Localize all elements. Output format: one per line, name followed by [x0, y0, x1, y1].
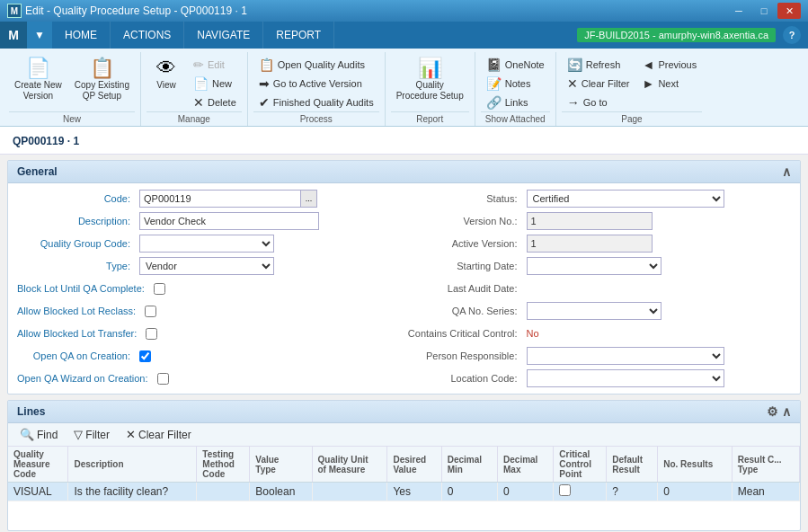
- open-qa-wizard-checkbox[interactable]: [157, 373, 169, 385]
- lines-header: Lines ⚙ ∧: [8, 401, 800, 423]
- create-new-version-button[interactable]: 📄 Create NewVersion: [9, 56, 67, 104]
- general-collapse-button[interactable]: ∧: [782, 164, 791, 179]
- tab-actions[interactable]: ACTIONS: [111, 22, 184, 49]
- open-quality-audits-button[interactable]: 📋 Open Quality Audits: [253, 56, 379, 74]
- delete-button[interactable]: ✕ Delete: [188, 93, 242, 111]
- clear-filter-icon: ✕: [567, 76, 578, 91]
- code-ellipsis-button[interactable]: ...: [301, 190, 317, 208]
- page-col-right: ◄ Previous ► Next: [637, 56, 703, 93]
- server-badge[interactable]: JF-BUILD2015 - amurphy-win8.axentia.ca: [577, 28, 776, 42]
- location-code-select[interactable]: [527, 369, 724, 387]
- form-col-left: Code: ... Description: Quality Group Cod…: [17, 189, 404, 388]
- table-row[interactable]: VISUAL Is the facility clean? Boolean Ye…: [8, 483, 800, 501]
- person-responsible-select[interactable]: [527, 347, 724, 365]
- find-button[interactable]: 🔍 Find: [15, 426, 62, 443]
- col-quality-measure-code: QualityMeasureCode: [8, 447, 68, 483]
- form-col-right: Status: Certified Version No.: Active Ve…: [404, 189, 792, 388]
- table-header-row: QualityMeasureCode Description TestingMe…: [8, 447, 800, 483]
- starting-date-row: Starting Date:: [404, 256, 792, 276]
- new-button[interactable]: 📄 New: [188, 75, 242, 93]
- allow-blocked-reclass-checkbox[interactable]: [145, 306, 156, 317]
- quality-procedure-setup-icon: 📊: [418, 58, 442, 78]
- notes-icon: 📝: [486, 76, 502, 91]
- qa-no-series-select[interactable]: [527, 302, 661, 320]
- quality-group-code-select[interactable]: [139, 235, 274, 253]
- onenote-button[interactable]: 📓 OneNote: [481, 56, 550, 74]
- allow-blocked-transfer-checkbox[interactable]: [146, 328, 157, 340]
- maximize-button[interactable]: □: [752, 3, 776, 19]
- person-responsible-row: Person Responsible:: [404, 346, 792, 366]
- open-qa-wizard-label: Open QA Wizard on Creation:: [17, 373, 152, 384]
- filter-label: Filter: [85, 429, 110, 441]
- next-button[interactable]: ► Next: [637, 75, 703, 93]
- starting-date-select[interactable]: [527, 257, 661, 275]
- cell-no-results: 0: [658, 483, 733, 501]
- code-label: Code:: [17, 193, 134, 204]
- type-label: Type:: [17, 261, 134, 271]
- find-label: Find: [37, 429, 58, 441]
- allow-blocked-reclass-label: Allow Blocked Lot Reclass:: [17, 306, 139, 316]
- description-label: Description:: [17, 216, 134, 226]
- nav-tabs: HOME ACTIONS NAVIGATE REPORT: [52, 22, 334, 49]
- ribbon-group-new: 📄 Create NewVersion 📋 Copy ExistingQP Se…: [4, 52, 141, 126]
- find-icon: 🔍: [20, 428, 34, 441]
- contains-critical-control-value: No: [527, 328, 539, 339]
- block-lot-checkbox[interactable]: [154, 283, 165, 295]
- ribbon-group-page: 🔄 Refresh ✕ Clear Filter → Go to ◄ Previ…: [556, 52, 707, 126]
- filter-button[interactable]: ▽ Filter: [69, 426, 114, 443]
- location-code-label: Location Code:: [404, 373, 521, 384]
- go-to-button[interactable]: → Go to: [562, 93, 635, 111]
- nav-dropdown[interactable]: ▼: [27, 22, 52, 49]
- ribbon-manage-label: Manage: [147, 111, 242, 126]
- lines-clear-filter-icon: ✕: [126, 428, 136, 441]
- ribbon-report-items: 📊 QualityProcedure Setup: [391, 54, 469, 111]
- critical-control-point-checkbox[interactable]: [559, 484, 571, 496]
- minimize-button[interactable]: ─: [727, 3, 750, 19]
- block-lot-label: Block Lot Until QA Complete:: [17, 283, 148, 294]
- refresh-button[interactable]: 🔄 Refresh: [562, 56, 635, 74]
- delete-label: Delete: [208, 97, 236, 108]
- tab-home[interactable]: HOME: [52, 22, 111, 49]
- code-input[interactable]: [139, 190, 301, 208]
- cell-decimal-max: 0: [498, 483, 554, 501]
- code-row: Code: ...: [17, 189, 404, 208]
- lines-table: QualityMeasureCode Description TestingMe…: [8, 447, 800, 501]
- record-header: QP000119 · 1: [0, 127, 808, 155]
- window-controls[interactable]: ─ □ ✕: [727, 3, 801, 19]
- edit-button[interactable]: ✏ Edit: [188, 56, 242, 74]
- ribbon-new-label: New: [9, 111, 135, 126]
- last-audit-date-row: Last Audit Date:: [404, 279, 792, 298]
- tab-navigate[interactable]: NAVIGATE: [184, 22, 263, 49]
- cell-result-c-type: Mean: [732, 483, 799, 501]
- page-wrapper: QP000119 · 1 General ∧ Code: ... Descrip…: [0, 127, 808, 532]
- clear-filter-button[interactable]: ✕ Clear Filter: [562, 75, 635, 93]
- status-select[interactable]: Certified: [527, 190, 724, 208]
- ribbon-process-label: Process: [253, 111, 379, 126]
- lines-gear-icon[interactable]: ⚙: [767, 404, 778, 419]
- ribbon: 📄 Create NewVersion 📋 Copy ExistingQP Se…: [0, 49, 808, 127]
- contains-critical-control-row: Contains Critical Control: No: [404, 324, 792, 343]
- close-button[interactable]: ✕: [777, 3, 801, 19]
- previous-button[interactable]: ◄ Previous: [637, 56, 703, 74]
- lines-clear-filter-button[interactable]: ✕ Clear Filter: [121, 426, 196, 443]
- type-select[interactable]: Vendor: [139, 257, 274, 275]
- notes-button[interactable]: 📝 Notes: [481, 75, 550, 93]
- lines-collapse-button[interactable]: ∧: [782, 404, 791, 419]
- type-row: Type: Vendor: [17, 256, 404, 276]
- general-title: General: [17, 165, 58, 178]
- quality-procedure-setup-button[interactable]: 📊 QualityProcedure Setup: [391, 56, 469, 104]
- tab-report[interactable]: REPORT: [263, 22, 334, 49]
- col-desired-value: DesiredValue: [387, 447, 441, 483]
- description-input[interactable]: [139, 212, 319, 230]
- go-to-active-version-button[interactable]: ➡ Go to Active Version: [253, 75, 379, 93]
- next-label: Next: [658, 78, 679, 89]
- ribbon-report-label: Report: [391, 111, 469, 126]
- refresh-label: Refresh: [586, 59, 621, 70]
- copy-existing-button[interactable]: 📋 Copy ExistingQP Setup: [69, 56, 135, 104]
- open-qa-creation-checkbox[interactable]: [139, 350, 151, 362]
- help-button[interactable]: ?: [783, 26, 801, 44]
- view-button[interactable]: 👁 View: [147, 56, 186, 93]
- links-button[interactable]: 🔗 Links: [481, 93, 550, 111]
- finished-quality-audits-button[interactable]: ✔ Finished Quality Audits: [253, 93, 379, 111]
- col-result-c-type: Result C...Type: [732, 447, 799, 483]
